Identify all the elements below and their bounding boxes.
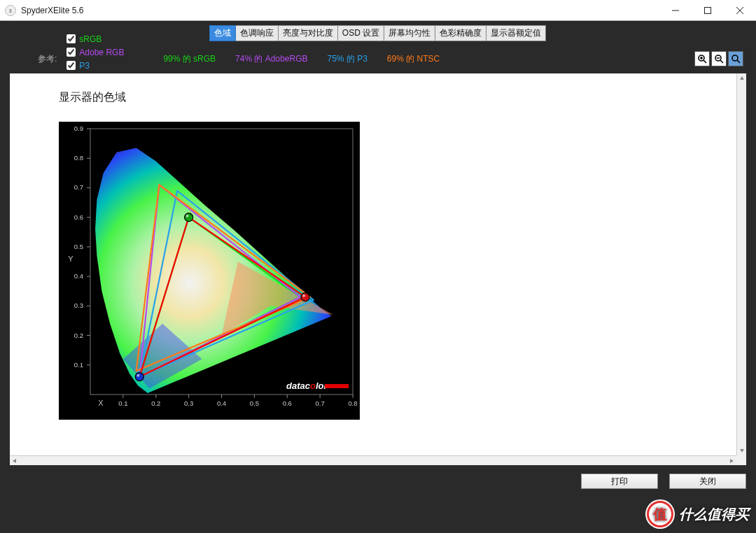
svg-text:X: X [98,399,104,407]
svg-text:0.5: 0.5 [74,243,83,250]
svg-text:datacolor: datacolor [286,381,328,391]
window-title: SpyderXElite 5.6 [21,6,83,15]
scroll-left-icon[interactable] [10,456,20,465]
close-button[interactable] [724,0,756,21]
svg-text:0.7: 0.7 [316,399,325,407]
stat-p3: 75% 的 P3 [327,53,367,65]
minimize-button[interactable] [659,0,692,21]
svg-text:0.8: 0.8 [348,399,357,407]
zoom-fit-icon[interactable] [728,51,743,66]
print-button[interactable]: 打印 [581,474,658,489]
svg-text:0.1: 0.1 [74,361,83,369]
filter-checkbox[interactable] [66,61,76,70]
scroll-down-icon[interactable] [737,446,746,455]
svg-point-54 [136,374,139,377]
app-icon: s [5,5,16,16]
watermark-badge: 值 [647,501,673,527]
svg-text:0.7: 0.7 [74,183,83,191]
titlebar: s SpyderXElite 5.6 [0,0,756,21]
svg-text:0.4: 0.4 [74,272,83,280]
svg-text:0.5: 0.5 [250,399,259,407]
svg-point-52 [186,215,189,218]
svg-text:0.9: 0.9 [74,125,83,132]
svg-text:0.6: 0.6 [74,213,83,221]
svg-text:0.3: 0.3 [74,301,83,309]
svg-point-50 [302,294,305,297]
gamut-chart: 0.10.20.30.40.50.60.70.80.10.20.30.40.50… [59,122,360,420]
filter-srgb[interactable]: sRGB [64,32,124,45]
tab-3[interactable]: OSD 设置 [337,25,384,41]
filter-checkbox[interactable] [66,48,76,57]
svg-text:0.1: 0.1 [118,399,127,407]
tab-5[interactable]: 色彩精确度 [435,25,486,41]
filter-label: P3 [79,61,90,71]
svg-text:Y: Y [68,255,74,263]
close-dialog-button[interactable]: 关闭 [669,474,746,489]
filter-bar: 参考: sRGBAdobe RGBP3NTSC 99% 的 sRGB 74% 的… [10,47,746,71]
reference-label: 参考: [38,53,57,65]
zoom-in-icon[interactable] [694,51,710,66]
scroll-up-icon[interactable] [737,73,746,83]
filter-checkbox[interactable] [66,34,76,43]
content-panel: 显示器的色域 0.10.20.30.40.50.60.70.80.10.20.3… [10,73,746,465]
stat-adobe: 74% 的 AdobeRGB [235,53,307,65]
tab-4[interactable]: 屏幕均匀性 [384,25,435,41]
maximize-button[interactable] [692,0,724,21]
filter-label: sRGB [79,34,102,44]
svg-point-53 [135,373,144,381]
svg-text:0.3: 0.3 [184,399,193,407]
svg-text:0.4: 0.4 [217,399,226,407]
tab-1[interactable]: 色调响应 [235,25,279,41]
watermark-text: 什么值得买 [679,505,749,524]
section-title: 显示器的色域 [59,90,736,105]
svg-text:0.8: 0.8 [74,154,83,162]
filter-p3[interactable]: P3 [64,59,124,72]
svg-rect-0 [705,7,711,13]
horizontal-scrollbar[interactable] [10,455,736,465]
svg-point-49 [301,293,309,301]
svg-text:0.6: 0.6 [283,399,292,407]
watermark: 值 什么值得买 [647,499,749,529]
filter-adobergb[interactable]: Adobe RGB [64,45,124,59]
svg-point-51 [185,213,193,222]
svg-text:0.2: 0.2 [151,399,160,407]
zoom-out-icon[interactable] [711,51,727,66]
svg-rect-56 [325,384,349,388]
coverage-stats: 99% 的 sRGB 74% 的 AdobeRGB 75% 的 P3 69% 的… [163,53,440,65]
scroll-right-icon[interactable] [727,456,736,465]
stat-srgb: 99% 的 sRGB [163,53,216,65]
tab-2[interactable]: 亮度与对比度 [278,25,338,41]
tab-0[interactable]: 色域 [209,25,236,41]
svg-point-3 [732,55,738,61]
svg-text:0.2: 0.2 [74,332,83,339]
filter-label: Adobe RGB [79,48,124,57]
stat-ntsc: 69% 的 NTSC [387,53,440,65]
vertical-scrollbar[interactable] [736,73,746,455]
tab-6[interactable]: 显示器额定值 [486,25,546,41]
